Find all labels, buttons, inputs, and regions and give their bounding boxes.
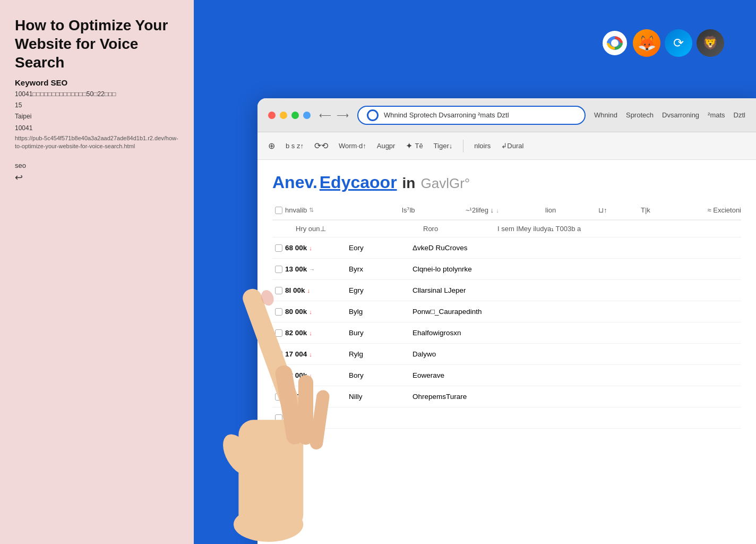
page-heading-area: Anev. Edycaoor in GavlGr° bbox=[257, 160, 756, 201]
row-1-col2: Byrx bbox=[349, 265, 413, 273]
browser-chrome-bar: ⟵ ⟶ Whnind Sprotech Dvsarroning ²mats Dz… bbox=[257, 98, 756, 132]
toolbar-item-nloirs[interactable]: nloirs bbox=[474, 142, 491, 150]
nav-controls: ⟵ ⟶ bbox=[319, 110, 349, 120]
row-4-col2: Bury bbox=[349, 329, 413, 337]
row-6-col2: Bory bbox=[349, 371, 413, 379]
th-keyword[interactable]: hnvalib ⇅ bbox=[285, 206, 402, 214]
row-2-col3: Cllarsinal LJeper bbox=[413, 286, 741, 294]
tag-icon: ↩ bbox=[15, 172, 179, 183]
toolbar-item-tiger[interactable]: Tiger↓ bbox=[434, 142, 453, 150]
row-0-col2: Eory bbox=[349, 244, 413, 252]
toolbar-icon-te: ✦ bbox=[406, 141, 413, 151]
browser-logos-row: 🦊 ⟳ 🦁 bbox=[601, 29, 724, 57]
content-toolbar: ⊕ b s z↑ ⟳⟲ Worm·d↑ Augpr ✦ Tē bbox=[257, 132, 756, 160]
menu-item-4[interactable]: ²mats bbox=[708, 111, 725, 119]
toolbar-label-augpr: Augpr bbox=[377, 142, 396, 150]
menu-item-1[interactable]: Whnind bbox=[594, 111, 617, 119]
meta-line-1: 10041□□□□□□□□□□□□□□50□22□□□ bbox=[15, 89, 179, 99]
th-tk-label: T|k bbox=[641, 206, 650, 214]
svg-rect-6 bbox=[298, 375, 313, 445]
th-sf[interactable]: ⊔↑ bbox=[598, 206, 641, 214]
th-vol-label: ls⁷lb bbox=[402, 206, 415, 214]
heading-part1: Anev. bbox=[272, 173, 317, 192]
toolbar-item-2[interactable]: b s z↑ bbox=[286, 142, 304, 150]
toolbar-label-nloirs: nloirs bbox=[474, 142, 491, 150]
brave-logo-icon: 🦁 bbox=[697, 29, 724, 57]
th-vol[interactable]: ls⁷lb bbox=[402, 206, 466, 214]
main-area: 🦊 ⟳ 🦁 ⟵ ⟶ Whnind Sprotech Dvsarronin bbox=[194, 0, 756, 544]
th-actions-label: ≈ Excietoni bbox=[708, 206, 742, 214]
row-3-col2: Bylg bbox=[349, 308, 413, 316]
row-3-col3: Ponw□_Caurapedinth bbox=[413, 308, 741, 316]
toolbar-label-dural: ↲Dural bbox=[501, 142, 523, 150]
close-button-icon[interactable] bbox=[268, 112, 276, 119]
subheader-col2: Roro bbox=[423, 225, 487, 233]
row-0-col3: ΔvkeD RuCroves bbox=[413, 244, 741, 252]
toolbar-divider bbox=[463, 140, 463, 152]
toolbar-item-worm[interactable]: Worm·d↑ bbox=[339, 142, 366, 150]
row-2-col2: Egry bbox=[349, 286, 413, 294]
row-5-col2: Rylg bbox=[349, 350, 413, 358]
menu-item-2[interactable]: Sprotech bbox=[626, 111, 654, 119]
th-intent[interactable]: lion bbox=[545, 206, 598, 214]
chrome-logo-icon bbox=[601, 29, 629, 57]
toolbar-item-augpr[interactable]: Augpr bbox=[377, 142, 396, 150]
row-5-col3: Dalywo bbox=[413, 350, 741, 358]
heading-sub: GavlGr° bbox=[420, 175, 470, 192]
back-icon[interactable]: ⟵ bbox=[319, 110, 331, 120]
forward-icon[interactable]: ⟶ bbox=[337, 110, 349, 120]
th-intent-label: lion bbox=[545, 206, 556, 214]
row-6-col3: Eowerave bbox=[413, 371, 741, 379]
th-difficulty-label: ~¹2lifeg ↓ bbox=[466, 206, 494, 214]
header-checkbox-col bbox=[272, 207, 285, 214]
row-7-col2: Nilly bbox=[349, 393, 413, 401]
toolbar-label-tiger: Tiger↓ bbox=[434, 142, 453, 150]
subheader-col3: I sem IMey iludya₁ T003b a bbox=[497, 225, 741, 233]
hand-overlay bbox=[194, 225, 353, 544]
address-bar[interactable]: Whnind Sprotech Dvsarroning ²mats Dztl bbox=[357, 106, 586, 125]
toolbar-label-2: b s z↑ bbox=[286, 142, 304, 150]
th-difficulty[interactable]: ~¹2lifeg ↓ ↓ bbox=[466, 206, 545, 214]
select-all-checkbox[interactable] bbox=[275, 207, 282, 214]
row-7-col3: OhrepemsTurare bbox=[413, 393, 741, 401]
page-url[interactable]: https://pub-5c454f571b8e40a3a2aad27ade84… bbox=[15, 134, 179, 151]
maximize-button-icon[interactable] bbox=[291, 112, 299, 119]
toolbar-item-1[interactable]: ⊕ bbox=[268, 141, 275, 151]
meta-line-2: 15 bbox=[15, 100, 179, 110]
page-title: How to Optimize Your Website for Voice S… bbox=[15, 16, 179, 72]
th-tk[interactable]: T|k bbox=[641, 206, 683, 214]
minimize-button-icon[interactable] bbox=[280, 112, 287, 119]
toolbar-label-te: Tē bbox=[415, 142, 423, 150]
toolbar-item-3[interactable]: ⟳⟲ bbox=[314, 141, 328, 151]
heading-part3: in bbox=[402, 175, 416, 192]
meta-line-4: 10041 bbox=[15, 123, 179, 133]
extra-button-icon[interactable] bbox=[303, 112, 311, 119]
toolbar-icon-3: ⟳⟲ bbox=[314, 141, 328, 151]
toolbar-item-dural[interactable]: ↲Dural bbox=[501, 142, 523, 150]
address-text: Whnind Sprotech Dvsarroning ²mats Dztl bbox=[384, 111, 576, 119]
th-sf-label: ⊔↑ bbox=[598, 206, 607, 214]
keyword-label: Keyword SEO bbox=[15, 78, 179, 87]
tag-label: seo bbox=[15, 162, 179, 169]
sidebar: How to Optimize Your Website for Voice S… bbox=[0, 0, 194, 544]
menu-item-5[interactable]: Dztl bbox=[734, 111, 745, 119]
address-circle-icon bbox=[367, 109, 379, 121]
heading-part2: Edycaoor bbox=[320, 173, 397, 192]
meta-line-3: Taipei bbox=[15, 112, 179, 122]
th-keyword-label: hnvalib bbox=[285, 206, 307, 214]
page-heading-title: Anev. Edycaoor in GavlGr° bbox=[272, 173, 741, 192]
row-1-col3: Clqnei-lo ptolynrke bbox=[413, 265, 741, 273]
table-header-row: hnvalib ⇅ ls⁷lb ~¹2lifeg ↓ ↓ lion ⊔↑ bbox=[272, 201, 741, 220]
row-4-col3: Ehalfowigrosxn bbox=[413, 329, 741, 337]
th-keyword-sort-icon: ⇅ bbox=[309, 207, 314, 214]
firefox-logo-icon: 🦊 bbox=[633, 29, 660, 57]
menu-item-3[interactable]: Dvsarroning bbox=[662, 111, 699, 119]
th-actions: ≈ Excietoni bbox=[683, 206, 741, 214]
th-difficulty-sort-icon: ↓ bbox=[496, 207, 499, 214]
svg-point-1 bbox=[612, 40, 617, 46]
hand-svg bbox=[194, 236, 353, 544]
toolbar-item-te[interactable]: ✦ Tē bbox=[406, 141, 423, 151]
browser-menu: Whnind Sprotech Dvsarroning ²mats Dztl bbox=[594, 111, 745, 119]
traffic-lights bbox=[268, 112, 311, 119]
edge-logo-icon: ⟳ bbox=[665, 29, 692, 57]
